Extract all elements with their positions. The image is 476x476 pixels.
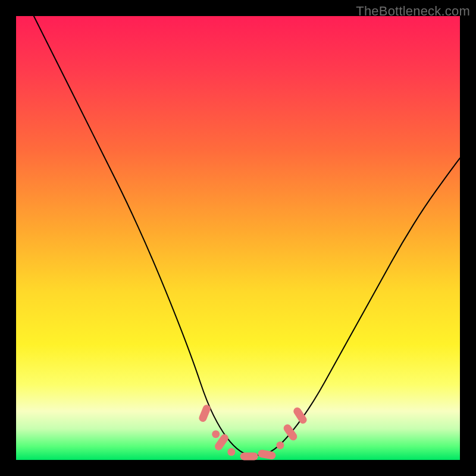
curve-marker-pill (198, 403, 211, 423)
bottleneck-curve-line (34, 16, 460, 456)
curve-marker-pill (292, 406, 308, 425)
bottleneck-chart (16, 16, 460, 460)
curve-marker-dot (227, 448, 235, 456)
curve-layer (34, 16, 460, 456)
curve-marker-dot (276, 441, 284, 449)
curve-marker-pill (258, 449, 277, 460)
curve-marker-dot (212, 430, 220, 438)
watermark-text: TheBottleneck.com (356, 4, 470, 19)
chart-frame: TheBottleneck.com (0, 0, 476, 476)
curve-markers (198, 403, 308, 460)
chart-plot-area (16, 16, 460, 460)
curve-marker-pill (240, 453, 258, 461)
